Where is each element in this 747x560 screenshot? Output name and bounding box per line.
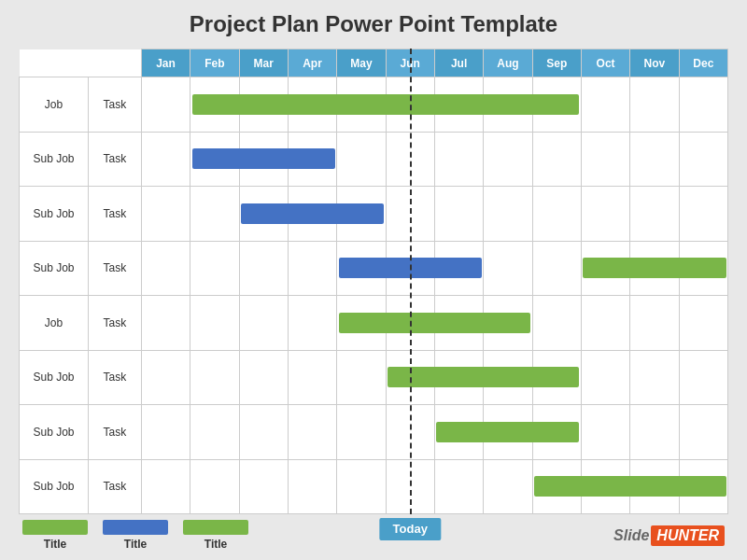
gantt-cell [141,132,190,187]
task-label: Task [88,350,141,405]
legend-item: Title [183,520,248,551]
gantt-cell [288,405,336,460]
month-header-jan: Jan [141,49,190,77]
legend-item: Title [22,520,88,551]
gantt-cell [679,77,727,133]
gantt-bar [534,476,726,497]
gantt-cell [337,459,386,514]
legend: TitleTitleTitle [22,520,248,551]
gantt-cell [337,132,386,187]
gantt-bar [388,367,579,387]
legend-label: Title [204,538,227,551]
gantt-cell [679,350,727,405]
month-header-dec: Dec [679,49,727,77]
gantt-cell [288,350,336,405]
gantt-cell [288,296,336,351]
gantt-cell [484,187,532,242]
branding: Slide HUNTER [613,525,725,546]
gantt-cell [581,77,629,133]
row-label: Sub Job [20,405,89,460]
gantt-cell [581,132,629,187]
gantt-cell [679,187,727,242]
gantt-cell [532,241,581,296]
gantt-bar [339,258,482,278]
gantt-cell [581,405,629,460]
gantt-cell [532,187,581,242]
gantt-cell [190,296,239,351]
row-label: Sub Job [20,132,89,187]
month-header-jun: Jun [386,49,434,77]
gantt-cell [239,459,288,514]
row-label: Job [20,77,89,133]
month-header-aug: Aug [484,49,532,77]
gantt-cell [434,187,483,242]
gantt-cell [434,459,483,514]
gantt-cell [679,405,727,460]
gantt-bar [583,258,726,278]
gantt-cell [141,405,190,460]
gantt-bar [192,148,335,169]
gantt-cell [141,187,190,242]
gantt-cell [190,350,239,405]
gantt-cell [484,132,532,187]
page-title: Project Plan Power Point Template [190,11,557,37]
gantt-cell [141,241,190,296]
gantt-cell [630,296,679,351]
gantt-cell [581,187,629,242]
month-header-oct: Oct [581,49,629,77]
gantt-cell [386,459,434,514]
footer: TitleTitleTitle Slide HUNTER [19,520,728,551]
row-label: Job [20,296,89,351]
row-label: Sub Job [20,241,89,296]
row-label: Sub Job [20,350,89,405]
gantt-cell [679,296,727,351]
month-header-nov: Nov [630,49,679,77]
month-header-apr: Apr [288,49,336,77]
gantt-cell [288,241,336,296]
gantt-cell [239,405,288,460]
month-header-jul: Jul [434,49,483,77]
task-label: Task [88,296,141,351]
legend-item: Title [103,520,168,551]
gantt-cell [434,132,483,187]
gantt-bar [436,422,579,442]
gantt-cell [630,132,679,187]
gantt-table: JanFebMarAprMayJunJulAugSepOctNovDec Job… [19,49,728,514]
table-row: Sub JobTask [20,132,728,187]
table-row: Sub JobTask [20,405,728,460]
today-box: Today [380,518,441,540]
gantt-cell [239,296,288,351]
gantt-cell [141,77,190,133]
gantt-cell [141,350,190,405]
gantt-cell [630,77,679,133]
legend-bar [103,520,168,535]
gantt-cell [386,187,434,242]
task-label: Task [88,459,141,514]
gantt-cell [630,405,679,460]
month-header-sep: Sep [532,49,581,77]
gantt-cell [239,350,288,405]
gantt-bar [192,94,580,115]
gantt-cell [484,459,532,514]
legend-label: Title [44,538,66,551]
month-header-mar: Mar [239,49,288,77]
month-header-feb: Feb [190,49,239,77]
gantt-cell [679,132,727,187]
task-label: Task [88,132,141,187]
gantt-cell [337,405,386,460]
gantt-cell [288,459,336,514]
task-label: Task [88,187,141,242]
legend-bar [183,520,248,535]
task-label: Task [88,405,141,460]
row-label: Sub Job [20,187,89,242]
gantt-cell [141,296,190,351]
gantt-cell [190,459,239,514]
gantt-cell [630,187,679,242]
gantt-cell [190,405,239,460]
gantt-cell [190,241,239,296]
gantt-bar [339,313,530,333]
row-label: Sub Job [20,459,89,514]
gantt-cell [337,350,386,405]
task-label: Task [88,77,141,133]
month-header-may: May [337,49,386,77]
